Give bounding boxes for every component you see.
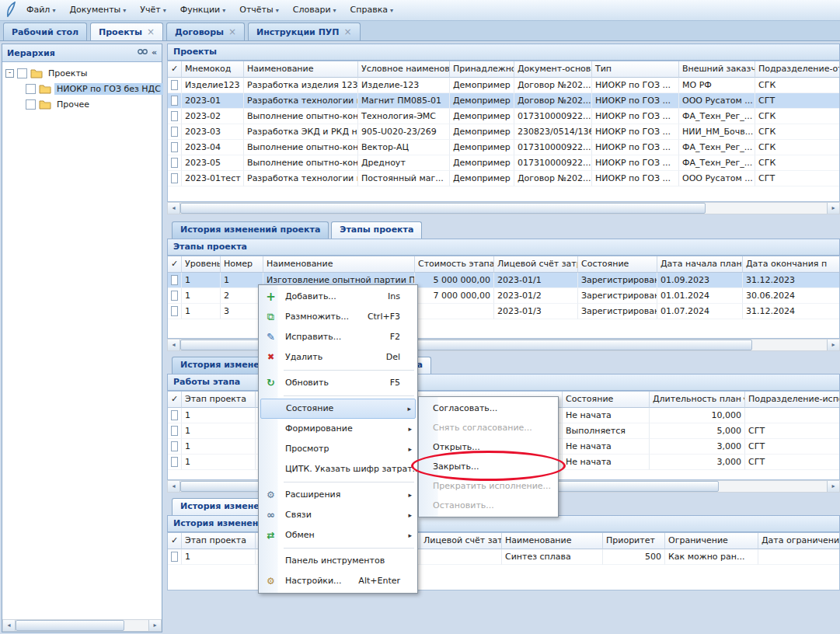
table-row[interactable]: 2023-05Выполнение опытно-конс...Дредноут… <box>168 155 839 171</box>
scroll-left-icon[interactable]: ◂ <box>168 481 180 492</box>
tab-close-icon[interactable]: × <box>147 28 155 36</box>
scroll-thumb[interactable] <box>180 203 706 214</box>
scroll-right-icon[interactable]: ▸ <box>827 340 839 350</box>
row-checkbox[interactable] <box>171 457 178 467</box>
menu-item[interactable]: Закрыть... <box>420 457 556 476</box>
tree-item-checkbox[interactable] <box>26 99 36 110</box>
scroll-right-icon[interactable]: ▸ <box>827 203 839 214</box>
row-checkbox[interactable] <box>171 552 178 562</box>
column-header[interactable]: Документ-основан <box>514 61 592 78</box>
menubar-item[interactable]: Учёт▾ <box>133 0 173 20</box>
row-checkbox[interactable] <box>171 441 178 451</box>
table-row[interactable]: 2023-04Выполнение опытно-конс...Вектор-А… <box>168 140 839 155</box>
column-header[interactable]: Лицевой счёт затрат <box>494 256 578 273</box>
menu-item[interactable]: Просмотр▸ <box>260 439 416 459</box>
menu-item[interactable]: ⚙Настройки...Alt+Enter <box>260 571 416 591</box>
scroll-left-icon[interactable]: ◂ <box>3 620 16 631</box>
menu-item[interactable]: ✖УдалитьDel <box>260 347 416 368</box>
menu-item[interactable]: ∞Связи▸ <box>260 505 416 525</box>
column-header[interactable]: Ограничение <box>665 533 758 549</box>
column-header[interactable]: Наименование <box>502 533 603 549</box>
column-header[interactable]: Внешний заказчик <box>679 61 755 78</box>
table-row[interactable]: Изделие123Разработка изделия 123Изделие-… <box>168 78 839 93</box>
row-checkbox[interactable] <box>171 291 178 301</box>
column-header[interactable]: Дата начала план <box>657 256 743 273</box>
column-header[interactable]: Наименование <box>244 61 358 78</box>
scroll-left-icon[interactable]: ◂ <box>168 340 180 350</box>
collapse-panel-icon[interactable]: « <box>152 47 157 58</box>
column-header[interactable]: Этап проекта <box>182 392 256 408</box>
menubar-item[interactable]: Отчёты▾ <box>232 0 285 20</box>
menubar-item[interactable]: Функции▾ <box>173 0 233 20</box>
menubar-item[interactable]: Справка▾ <box>343 0 400 20</box>
tree-item-checkbox[interactable] <box>26 84 36 94</box>
tree-item[interactable]: Прочее <box>2 96 162 112</box>
tab-close-icon[interactable]: × <box>344 28 352 36</box>
menu-item[interactable]: ↻ОбновитьF5 <box>260 373 416 393</box>
row-checkbox[interactable] <box>171 111 178 121</box>
column-header[interactable]: Длительность план ▼ <box>650 392 745 408</box>
detail-tab[interactable]: Этапы проекта <box>331 221 422 239</box>
column-header[interactable]: Номер <box>221 256 263 273</box>
menu-item[interactable]: Открыть... <box>420 437 556 457</box>
menu-item[interactable]: ✎Исправить...F2 <box>260 327 416 347</box>
column-header[interactable]: Приоритет <box>603 533 665 549</box>
column-header[interactable]: Подразделение-от <box>755 61 840 78</box>
menu-item[interactable]: Состояние▸ <box>260 399 416 419</box>
column-header[interactable]: ✓ <box>168 533 182 549</box>
sidebar-horizontal-scrollbar[interactable]: ◂▸ <box>2 619 162 632</box>
search-icon[interactable] <box>138 47 148 59</box>
column-header[interactable]: Уровень <box>182 256 221 273</box>
row-checkbox[interactable] <box>171 142 178 152</box>
column-header[interactable]: Условное наименова <box>358 61 450 78</box>
row-checkbox[interactable] <box>171 80 178 90</box>
menu-item[interactable]: ⧉Размножить...Ctrl+F3 <box>260 307 416 327</box>
table-row[interactable]: 2023-02Выполнение опытно-конс...Технолог… <box>168 109 839 124</box>
row-checkbox[interactable] <box>171 96 178 106</box>
column-header[interactable]: Лицевой счёт затр <box>420 533 502 549</box>
main-tab[interactable]: Проекты× <box>90 23 163 40</box>
scroll-thumb[interactable] <box>16 620 124 631</box>
tree-item[interactable]: -Проекты <box>2 65 162 81</box>
menu-item[interactable]: ЦИТК. Указать шифр затрат... <box>260 459 416 479</box>
table-row[interactable]: 2023-03Разработка ЭКД и РКД н...905-U020… <box>168 124 839 140</box>
menu-item[interactable]: +Добавить...Ins <box>260 287 416 307</box>
row-checkbox[interactable] <box>171 127 178 137</box>
table-row[interactable]: 2023-01Разработка технологии и...Магнит … <box>168 93 839 109</box>
row-checkbox[interactable] <box>171 306 178 316</box>
column-header[interactable]: Мнемокод <box>182 61 244 78</box>
row-checkbox[interactable] <box>171 410 178 420</box>
main-tab[interactable]: Договоры× <box>166 23 245 40</box>
menu-item[interactable]: ⇄Обмен▸ <box>260 525 416 545</box>
scroll-right-icon[interactable]: ▸ <box>827 481 839 492</box>
tree-item[interactable]: НИОКР по ГОЗ без НДС <box>2 81 162 96</box>
row-checkbox[interactable] <box>171 158 178 168</box>
column-header[interactable]: Дата окончания п <box>743 256 840 273</box>
column-header[interactable]: ✓ <box>168 61 182 78</box>
column-header[interactable]: Стоимость этапа <box>415 256 494 273</box>
tree-expander-icon[interactable]: - <box>5 69 14 78</box>
scroll-left-icon[interactable]: ◂ <box>168 203 180 214</box>
row-checkbox[interactable] <box>171 426 178 436</box>
detail-tab[interactable]: История изменений проекта <box>172 221 329 239</box>
tree-item-checkbox[interactable] <box>17 68 27 78</box>
column-header[interactable]: Состояние <box>563 392 650 408</box>
menu-item[interactable]: Формирование▸ <box>260 419 416 439</box>
menubar-item[interactable]: Словари▾ <box>286 0 343 20</box>
column-header[interactable]: ✓ <box>168 256 182 273</box>
column-header[interactable]: Дата ограничения <box>758 533 840 549</box>
projects-horizontal-scrollbar[interactable]: ◂▸ <box>167 202 840 214</box>
column-header[interactable]: Состояние <box>578 256 657 273</box>
scroll-right-icon[interactable]: ▸ <box>148 620 161 631</box>
row-checkbox[interactable] <box>171 275 178 285</box>
column-header[interactable]: Этап проекта <box>182 533 256 549</box>
column-header[interactable]: Подразделение-исполн <box>745 392 840 408</box>
main-tab[interactable]: Рабочий стол <box>3 23 87 40</box>
row-checkbox[interactable] <box>171 173 178 183</box>
main-tab[interactable]: Инструкции ПУП× <box>248 23 361 40</box>
column-header[interactable]: Наименование <box>263 256 415 273</box>
column-header[interactable]: Тип <box>592 61 679 78</box>
menu-item[interactable]: ⚙Расширения▸ <box>260 485 416 505</box>
menu-item[interactable]: Панель инструментов <box>260 551 416 571</box>
menu-item[interactable]: Согласовать... <box>420 399 556 418</box>
